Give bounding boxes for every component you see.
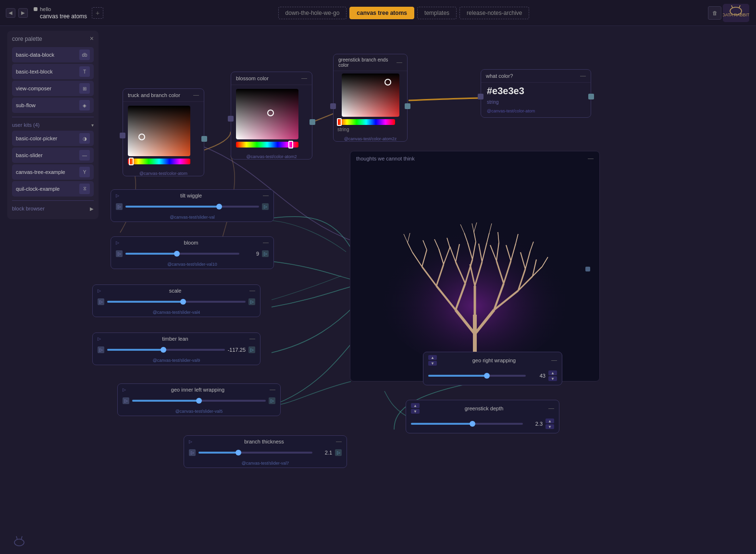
blossom-rainbow[interactable] — [236, 142, 298, 148]
block-browser-arrow[interactable]: ▶ — [90, 206, 94, 211]
blossom-menu[interactable]: — — [301, 75, 307, 82]
blossom-port-right[interactable] — [310, 119, 315, 125]
geo-right-wrapping-track[interactable] — [428, 375, 526, 377]
scale-fill — [107, 301, 183, 303]
truck-branch-cursor[interactable] — [138, 134, 145, 140]
tilt-wiggle-port-right[interactable]: ▷ — [262, 203, 269, 210]
sidebar-close-button[interactable]: × — [90, 35, 94, 42]
trash-button[interactable]: 🗑 — [708, 6, 721, 20]
greenstick-depth-menu[interactable]: — — [548, 405, 554, 412]
sidebar-item-basic-color-picker[interactable]: basic-color-picker ◑ — [12, 131, 94, 146]
sidebar-item-basic-data-block[interactable]: basic-data-block db — [12, 47, 94, 62]
geo-right-wrapping-node: ▲ ▼ geo right wrapping — 43 ▲ ▼ — [423, 352, 562, 385]
sidebar-item-quil-clock-example[interactable]: quil-clock-example ⧖ — [12, 181, 94, 197]
tab-release-notes[interactable]: release-notes-archive — [459, 7, 529, 19]
scale-menu[interactable]: — — [249, 287, 255, 294]
greenstick-depth-up-down[interactable]: ▲ ▼ — [411, 403, 420, 414]
bloom-thumb[interactable] — [174, 251, 180, 257]
branch-thickness-track[interactable] — [198, 452, 312, 454]
user-kits-chevron[interactable]: ▾ — [91, 123, 94, 128]
tilt-wiggle-port-left[interactable]: ▷ — [116, 203, 123, 210]
geo-right-wrapping-up[interactable]: ▲ — [548, 370, 557, 375]
blossom-port-left[interactable] — [228, 116, 234, 122]
truck-branch-port-right[interactable] — [201, 136, 207, 142]
greenstick-branch-ends-port-right[interactable] — [405, 103, 410, 109]
branch-thickness-thumb[interactable] — [235, 450, 241, 456]
scale-port-right[interactable]: ▷ — [248, 298, 255, 305]
greenstick-depth-fill — [411, 423, 472, 425]
greenstick-depth-track[interactable] — [411, 423, 523, 425]
logo: DATA RABBIT — [721, 3, 750, 23]
add-tab-button[interactable]: + — [92, 7, 103, 19]
blossom-picker[interactable] — [236, 89, 298, 148]
greenstick-depth-up-arrow[interactable]: ▲ — [545, 419, 554, 423]
scale-track[interactable] — [107, 301, 246, 303]
scale-thumb[interactable] — [180, 299, 186, 305]
what-color-menu[interactable]: — — [580, 73, 586, 79]
scale-port-indicator: ▷ — [98, 288, 101, 293]
geo-right-wrapping-value: 43 — [529, 373, 545, 379]
branch-thickness-menu[interactable]: — — [336, 438, 342, 445]
greenstick-branch-ends-cursor[interactable] — [384, 79, 391, 86]
geo-inner-left-thumb[interactable] — [196, 398, 202, 404]
timber-lean-port-left[interactable]: ▷ — [98, 346, 104, 353]
truck-branch-picker[interactable] — [128, 106, 190, 164]
geo-right-wrapping-thumb[interactable] — [484, 373, 490, 379]
bloom-track[interactable] — [125, 253, 239, 255]
geo-right-wrapping-menu[interactable]: — — [551, 357, 557, 364]
geo-inner-left-menu[interactable]: — — [270, 386, 275, 393]
branch-thickness-title: branch thickness — [244, 439, 284, 444]
geo-inner-left-port-right[interactable]: ▷ — [269, 397, 275, 404]
greenstick-depth-down-btn[interactable]: ▼ — [411, 409, 420, 414]
scale-port-left[interactable]: ▷ — [98, 298, 104, 305]
greenstick-branch-ends-rainbow[interactable] — [337, 119, 395, 125]
geo-inner-left-track[interactable] — [132, 400, 266, 402]
nav-prev-button[interactable]: ◀ — [6, 8, 15, 18]
greenstick-branch-ends-string-label: string — [337, 127, 403, 132]
tab-canvas-tree-atoms[interactable]: canvas tree atoms — [349, 7, 414, 19]
geo-right-down-btn[interactable]: ▼ — [428, 361, 437, 366]
branch-thickness-port-right[interactable]: ▷ — [335, 449, 342, 456]
what-color-port-right[interactable] — [588, 94, 594, 99]
geo-right-wrapping-down[interactable]: ▼ — [548, 376, 557, 381]
greenstick-branch-ends-menu[interactable]: — — [397, 59, 402, 66]
what-color-port-left[interactable] — [478, 94, 483, 99]
block-browser-section[interactable]: block browser ▶ — [12, 206, 94, 211]
geo-right-up-down[interactable]: ▲ ▼ — [428, 355, 437, 366]
tab-templates[interactable]: templates — [417, 7, 457, 19]
quil-clock-example-icon: ⧖ — [79, 184, 90, 194]
sidebar-item-sub-flow[interactable]: sub-flow ◈ — [12, 98, 94, 113]
bloom-port-left[interactable]: ▷ — [116, 250, 123, 257]
sidebar-divider-1 — [12, 117, 94, 117]
nav-next-button[interactable]: ▶ — [18, 8, 28, 18]
tilt-wiggle-track[interactable] — [125, 206, 259, 208]
sidebar-item-canvas-tree-example[interactable]: canvas-tree-example Y — [12, 164, 94, 180]
geo-right-up-btn[interactable]: ▲ — [428, 355, 437, 360]
truck-branch-port-left[interactable] — [120, 133, 125, 138]
timber-lean-thumb[interactable] — [161, 347, 166, 353]
greenstick-depth-down-arrow[interactable]: ▼ — [545, 424, 554, 429]
timber-lean-menu[interactable]: — — [249, 335, 255, 342]
timber-lean-track[interactable] — [107, 349, 225, 351]
truck-branch-rainbow[interactable] — [128, 159, 190, 164]
branch-thickness-port-left[interactable]: ▷ — [189, 449, 196, 456]
greenstick-depth-up-btn[interactable]: ▲ — [411, 403, 420, 408]
greenstick-branch-ends-picker[interactable] — [337, 74, 403, 125]
bloom-menu[interactable]: — — [263, 239, 269, 246]
sidebar-item-view-composer[interactable]: view-composer ⊞ — [12, 81, 94, 96]
sidebar-item-basic-text-block[interactable]: basic-text-block T — [12, 64, 94, 79]
blossom-cursor[interactable] — [267, 110, 274, 116]
branch-thickness-body: ▷ 2.1 ▷ — [184, 447, 347, 460]
tab-down-the-hole[interactable]: down-the-hole-we-go — [278, 7, 347, 19]
geo-inner-left-port-left[interactable]: ▷ — [123, 397, 129, 404]
sidebar-item-basic-slider[interactable]: basic-slider — — [12, 148, 94, 163]
timber-lean-port-right[interactable]: ▷ — [248, 346, 255, 353]
truck-branch-menu[interactable]: — — [193, 92, 199, 98]
greenstick-depth-thumb[interactable] — [470, 421, 475, 427]
tilt-wiggle-thumb[interactable] — [216, 204, 222, 209]
bloom-node: ▷ bloom — ▷ 9 ▷ @canvas-test/slider-val1… — [111, 236, 274, 269]
bloom-port-right[interactable]: ▷ — [262, 250, 269, 257]
tilt-wiggle-menu[interactable]: — — [263, 192, 269, 199]
thoughts-menu[interactable]: — — [588, 155, 594, 162]
greenstick-branch-ends-port-left[interactable] — [330, 103, 336, 109]
